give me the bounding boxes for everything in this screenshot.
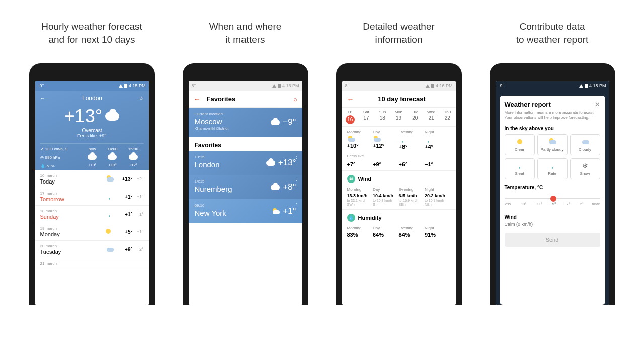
temp-label: Temperature, °C bbox=[505, 185, 600, 190]
cloud-icon bbox=[105, 112, 119, 121]
back-icon[interactable]: ← bbox=[194, 95, 201, 103]
precip-metric: 💧 51% bbox=[40, 164, 80, 168]
phone-frame-2: 8° 4:16 PM ← Favorites ⌕ Current locatio… bbox=[183, 63, 308, 305]
wind-metric: ↗ 13.0 km/h, S bbox=[40, 147, 80, 151]
humidity-header: 💧Humidity bbox=[342, 209, 456, 223]
day-tab[interactable]: Tue20 bbox=[407, 110, 423, 124]
hourly-col: 15:00+12° bbox=[128, 147, 138, 168]
day-tab[interactable]: Sat17 bbox=[358, 110, 374, 124]
favorites-header: Favorites bbox=[189, 137, 302, 151]
favorite-icon[interactable]: ☆ bbox=[139, 95, 144, 102]
humidity-row: Morning83% Day64% Evening84% Night91% bbox=[342, 223, 456, 241]
caption-4: Contribute datato weather report bbox=[516, 20, 589, 48]
wind-row: Morning13.3 km/hto 33.1 km/hSW ↑ Day10.4… bbox=[342, 184, 456, 209]
humidity-icon: 💧 bbox=[347, 214, 355, 222]
daily-list[interactable]: 16 marchToday+13°+2° 17 marchTomorrow+1°… bbox=[35, 170, 149, 305]
caption-2: When and whereit matters bbox=[209, 20, 282, 48]
day-row[interactable]: 20 marchTuesday+9°+2° bbox=[35, 241, 149, 258]
phone-frame-4: -9° 4:18 PM Weather report✕ More informa… bbox=[490, 63, 615, 305]
temp-row: Morning+10° Day+12° Evening+8° Night+4° bbox=[342, 127, 456, 153]
day-tab[interactable]: Fri16 bbox=[342, 110, 358, 124]
status-bar: 8° 4:16 PM bbox=[189, 81, 302, 90]
caption-3: Detailed weatherinformation bbox=[363, 20, 435, 48]
close-icon[interactable]: ✕ bbox=[595, 101, 600, 108]
favorite-card[interactable]: ⋮ 14:15 Nuremberg +8° bbox=[189, 175, 302, 199]
send-button[interactable]: Send bbox=[505, 233, 600, 247]
wind-label: Wind bbox=[505, 214, 600, 220]
cloud-icon bbox=[271, 120, 280, 125]
day-tab[interactable]: Thu22 bbox=[439, 110, 455, 124]
day-row[interactable]: 16 marchToday+13°+2° bbox=[35, 170, 149, 188]
day-row[interactable]: 21 march bbox=[35, 258, 149, 269]
sky-label: In the sky above you bbox=[505, 126, 600, 131]
city-title: London bbox=[46, 95, 139, 102]
status-bar: -9° 4:18 PM bbox=[496, 81, 609, 90]
feels-like-label: Feels like: +9° bbox=[40, 133, 144, 138]
favorite-card[interactable]: ⋮ 13:15 London +13° bbox=[189, 151, 302, 175]
wind-header: ≋Wind bbox=[342, 170, 456, 184]
report-sheet: Weather report✕ More information means a… bbox=[500, 96, 605, 305]
status-bar: -9° 4:15 PM bbox=[35, 81, 149, 90]
caption-1: Hourly weather forecastand for next 10 d… bbox=[41, 20, 142, 48]
page-title: Favorites bbox=[207, 95, 293, 103]
sky-tile-cloudy[interactable]: Cloudy bbox=[570, 134, 600, 155]
sky-tile-rain[interactable]: Rain bbox=[537, 158, 568, 179]
phone-frame-1: -9° 4:15 PM ← London ☆ +13° Overcast Fee… bbox=[29, 63, 155, 305]
current-location-card[interactable]: Current location Moscow Khamovniki Distr… bbox=[189, 108, 302, 137]
day-row[interactable]: 17 marchTomorrow+1°+1° bbox=[35, 188, 149, 206]
sky-tile-sleet[interactable]: Sleet bbox=[505, 158, 535, 179]
sheet-desc: More information means a more accurate f… bbox=[505, 110, 600, 121]
sky-tile-snow[interactable]: ❄Snow bbox=[570, 158, 600, 179]
pressure-metric: ◎ 996 hPa bbox=[40, 155, 80, 160]
hourly-col: now+13° bbox=[88, 147, 97, 168]
calm-label: Calm (0 km/h) bbox=[505, 222, 600, 227]
sheet-title: Weather report bbox=[505, 101, 551, 108]
day-tabs[interactable]: Fri16 Sat17 Sun18 Mon19 Tue20 Wed21 Thu2… bbox=[342, 108, 456, 127]
page-title: 10 day forecast bbox=[360, 95, 444, 103]
status-bar: 8° 4:16 PM bbox=[342, 81, 456, 90]
day-tab[interactable]: Wed21 bbox=[423, 110, 439, 124]
favorite-card[interactable]: ⋮ 09:16 New York +1° bbox=[189, 199, 302, 223]
day-tab[interactable]: Sun18 bbox=[374, 110, 390, 124]
sky-tile-partly[interactable]: Partly cloudy bbox=[537, 134, 568, 155]
wind-icon: ≋ bbox=[347, 175, 355, 183]
back-icon[interactable]: ← bbox=[40, 95, 46, 101]
feels-like-label: Feels like bbox=[342, 153, 456, 158]
day-row[interactable]: 19 marchMonday+5°+1° bbox=[35, 223, 149, 241]
back-icon[interactable]: ← bbox=[347, 95, 354, 103]
temp-slider[interactable]: less−13°−11°−9°−7°−5°more bbox=[505, 194, 600, 209]
phone-frame-3: 8° 4:16 PM ← 10 day forecast Fri16 Sat17… bbox=[336, 63, 462, 305]
current-temp: +13° bbox=[40, 106, 144, 127]
day-tab[interactable]: Mon19 bbox=[390, 110, 407, 124]
hourly-col: 14:00+13° bbox=[107, 147, 117, 168]
search-icon[interactable]: ⌕ bbox=[293, 95, 297, 103]
condition-label: Overcast bbox=[40, 128, 144, 133]
sky-tile-clear[interactable]: Clear bbox=[505, 134, 535, 155]
day-row[interactable]: 18 marchSunday+1°+1° bbox=[35, 206, 149, 223]
feels-row: +7°+9°+6°−1° bbox=[342, 158, 456, 170]
